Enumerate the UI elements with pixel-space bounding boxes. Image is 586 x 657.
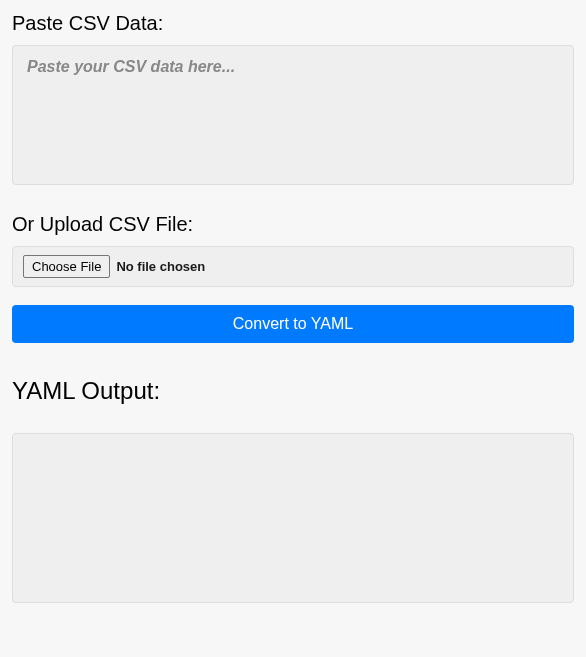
output-section: YAML Output:	[12, 377, 574, 603]
choose-file-button[interactable]: Choose File	[23, 255, 110, 278]
convert-to-yaml-button[interactable]: Convert to YAML	[12, 305, 574, 343]
upload-csv-label: Or Upload CSV File:	[12, 213, 574, 236]
paste-section: Paste CSV Data:	[12, 12, 574, 213]
yaml-output-area[interactable]	[12, 433, 574, 603]
paste-csv-label: Paste CSV Data:	[12, 12, 574, 35]
csv-textarea[interactable]	[12, 45, 574, 185]
file-upload-box[interactable]: Choose File No file chosen	[12, 246, 574, 287]
upload-section: Or Upload CSV File: Choose File No file …	[12, 213, 574, 287]
yaml-output-heading: YAML Output:	[12, 377, 574, 405]
file-status-text: No file chosen	[116, 259, 205, 274]
